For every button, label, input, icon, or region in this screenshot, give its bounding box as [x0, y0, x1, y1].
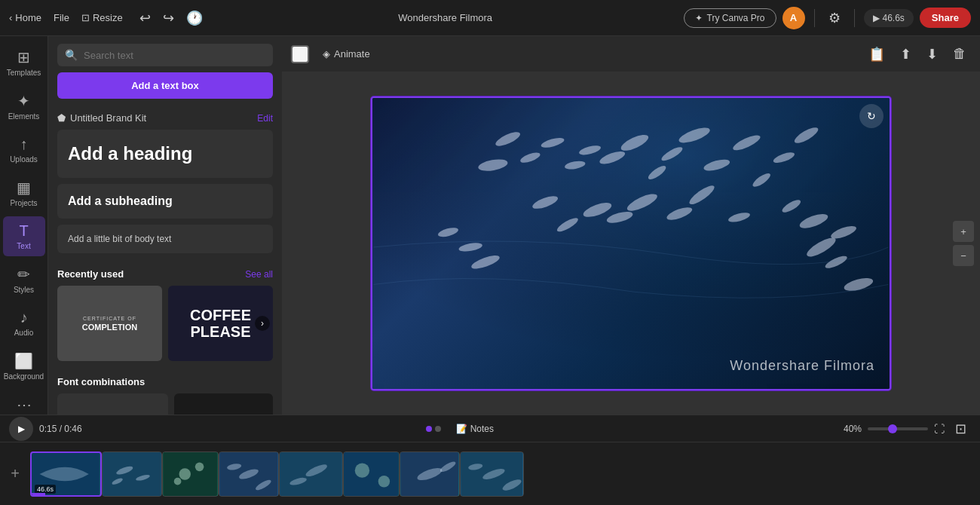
- top-bar-center: Wondershare Filmora: [213, 12, 678, 23]
- zoom-slider[interactable]: [868, 427, 928, 430]
- play-icon: ▶: [18, 424, 25, 434]
- subheading-preview[interactable]: Add a subheading: [57, 184, 273, 219]
- avatar-initials: A: [790, 12, 797, 23]
- template-card-certificate[interactable]: CERTIFICATE OF COMPLETION: [57, 286, 162, 361]
- animate-button[interactable]: ◈ Animate: [315, 44, 378, 63]
- timeline-dot-1[interactable]: [426, 426, 432, 432]
- clip-1-inner: 46.6s: [32, 453, 100, 495]
- clip-8-inner: [461, 452, 523, 496]
- zoom-in-button[interactable]: +: [953, 221, 974, 242]
- underwater-scene: [372, 98, 890, 389]
- templates-icon: ⊞: [17, 48, 30, 66]
- settings-button[interactable]: ⚙: [824, 7, 845, 29]
- timeline-dots: [426, 426, 441, 432]
- cert-completion-text: COMPLETION: [82, 323, 137, 332]
- search-input[interactable]: [84, 50, 265, 61]
- resize-button[interactable]: ⊡ Resize: [81, 12, 123, 23]
- sidebar-item-text[interactable]: T Text: [3, 216, 45, 256]
- zoom-display: 40%: [844, 424, 862, 434]
- timeline-controls: ▶ 0:15 / 0:46 📝 Notes 40% ⛶ ⊡: [0, 415, 980, 442]
- speed-button[interactable]: ▶ 46.6s: [864, 9, 914, 27]
- clip-7[interactable]: [400, 451, 460, 497]
- audio-label: Audio: [14, 329, 34, 337]
- font-combos-title: Font combinations: [57, 376, 145, 387]
- audio-icon: ♪: [20, 309, 28, 326]
- fullscreen-button[interactable]: ⛶: [934, 423, 945, 435]
- hide-panel-left-button[interactable]: 📋: [864, 43, 890, 66]
- share-icon-button[interactable]: ⬆: [896, 43, 916, 66]
- timeline-right: 40% ⛶ ⊡: [844, 418, 971, 440]
- zoom-out-button[interactable]: −: [953, 245, 974, 266]
- clip-3-inner: [163, 452, 218, 496]
- share-button[interactable]: Share: [920, 8, 971, 28]
- file-label: File: [54, 12, 69, 23]
- sidebar-item-styles[interactable]: ✏ Styles: [3, 259, 45, 300]
- avatar[interactable]: A: [782, 7, 805, 29]
- recently-used-header: Recently used See all: [57, 262, 273, 286]
- svg-point-41: [195, 462, 204, 471]
- edit-link[interactable]: Edit: [257, 113, 273, 124]
- heading-text: Add a heading: [68, 143, 262, 164]
- trash-button[interactable]: 🗑: [948, 43, 971, 65]
- clip-6[interactable]: [343, 451, 400, 497]
- try-canva-label: Try Canva Pro: [707, 13, 765, 23]
- file-button[interactable]: File: [54, 12, 69, 23]
- sidebar-item-audio[interactable]: ♪ Audio: [3, 303, 45, 343]
- clip-5[interactable]: [279, 451, 343, 497]
- clip-8[interactable]: [460, 451, 524, 497]
- uploads-icon: ↑: [20, 136, 28, 153]
- sidebar-item-more[interactable]: ⋯ More: [3, 390, 45, 415]
- sidebar-item-projects[interactable]: ▦ Projects: [3, 173, 45, 213]
- font-card-thank-you[interactable]: Thank you!: [174, 393, 273, 415]
- sidebar-item-uploads[interactable]: ↑ Uploads: [3, 130, 45, 170]
- redo-button[interactable]: ↪: [158, 7, 179, 29]
- clip-1-progress: [32, 493, 45, 495]
- clip-2[interactable]: [102, 451, 162, 497]
- left-sidebar: ⊞ Templates ✦ Elements ↑ Uploads ▦ Proje…: [0, 36, 48, 415]
- try-canva-button[interactable]: ✦ Try Canva Pro: [684, 8, 776, 28]
- heading-preview[interactable]: Add a heading: [57, 130, 273, 178]
- refresh-button[interactable]: ↻: [859, 104, 884, 128]
- cert-of-text: CERTIFICATE OF: [83, 316, 136, 321]
- text-panel-scroll[interactable]: ⬟ Untitled Brand Kit Edit Add a heading …: [48, 106, 282, 415]
- template-arrow: ›: [255, 316, 270, 331]
- canva-icon: ✦: [695, 13, 703, 23]
- back-button[interactable]: ‹ Home: [9, 12, 41, 23]
- top-bar-left: ‹ Home File ⊡ Resize ↩ ↪ 🕐: [9, 7, 207, 29]
- history-button[interactable]: 🕐: [182, 7, 207, 29]
- template-card-coffee[interactable]: COFFEE PLEASE ›: [168, 286, 273, 361]
- clip-3[interactable]: [162, 451, 219, 497]
- canvas-main[interactable]: Wondershare Filmora ↻ + −: [282, 72, 980, 415]
- add-scene-button[interactable]: +: [11, 465, 20, 482]
- sidebar-item-elements[interactable]: ✦ Elements: [3, 86, 45, 127]
- notes-button[interactable]: 📝 Notes: [450, 421, 500, 437]
- clip-1[interactable]: 46.6s: [30, 451, 102, 497]
- canvas-frame[interactable]: Wondershare Filmora ↻: [371, 96, 891, 390]
- undo-button[interactable]: ↩: [135, 7, 155, 29]
- sidebar-item-background[interactable]: ⬜ Background: [3, 346, 45, 387]
- uploads-label: Uploads: [10, 155, 38, 164]
- play-icon: ▶: [873, 13, 880, 23]
- background-label: Background: [4, 372, 44, 381]
- timeline-track[interactable]: + 46.6s: [0, 442, 980, 505]
- color-swatch[interactable]: [291, 45, 309, 63]
- body-preview[interactable]: Add a little bit of body text: [57, 225, 273, 253]
- timeline-dot-2[interactable]: [435, 426, 441, 432]
- styles-icon: ✏: [17, 265, 30, 283]
- clip-4-inner: [219, 452, 278, 496]
- see-all-link[interactable]: See all: [245, 269, 273, 280]
- clip-4[interactable]: [219, 451, 279, 497]
- background-icon: ⬜: [14, 352, 33, 370]
- timeline-clips: 46.6s: [30, 442, 980, 505]
- fit-icon-button[interactable]: ⊡: [951, 418, 971, 440]
- text-icon: T: [19, 222, 28, 240]
- download-button[interactable]: ⬇: [922, 43, 942, 66]
- sidebar-item-templates[interactable]: ⊞ Templates: [3, 42, 45, 83]
- brand-kit-label: ⬟ Untitled Brand Kit: [57, 112, 146, 124]
- font-combo-grid: TALK TO US (04) 298 3985 2092 +76 209 10…: [57, 393, 273, 415]
- text-panel: 🔍 Add a text box ⬟ Untitled Brand Kit Ed…: [48, 36, 282, 415]
- play-button[interactable]: ▶: [9, 417, 33, 441]
- back-icon: ‹: [9, 12, 12, 23]
- font-card-talk-to-us[interactable]: TALK TO US (04) 298 3985 2092 +76 209 10…: [57, 393, 168, 415]
- add-text-box-button[interactable]: Add a text box: [57, 72, 273, 99]
